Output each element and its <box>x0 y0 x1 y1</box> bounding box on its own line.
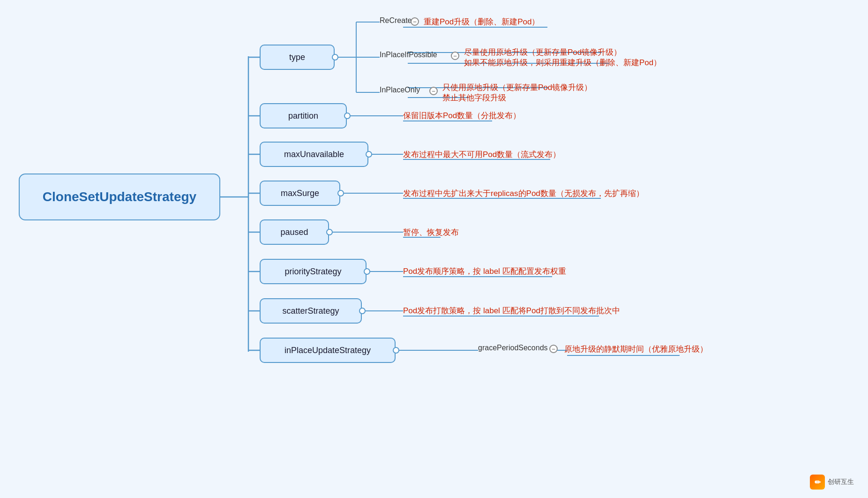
inplaceonly-label: InPlaceOnly <box>380 86 420 94</box>
root-node: CloneSetUpdateStrategy <box>19 174 220 220</box>
connector-lines <box>0 0 868 498</box>
graceperiodseconds-minus: − <box>549 345 558 353</box>
diagram: CloneSetUpdateStrategy type ReCreate − 重… <box>0 0 868 498</box>
logo-icon: ✏ <box>810 475 825 490</box>
inplaceupdatestrategy-node: inPlaceUpdateStrategy <box>260 338 396 363</box>
recreate-minus: − <box>411 17 419 26</box>
maxsurge-circle <box>337 190 344 196</box>
inplaceonly-desc2: 禁止其他字段升级 <box>442 92 506 103</box>
maxunavailable-circle <box>366 151 372 158</box>
inplaceifpossible-label: InPlaceIfPossible <box>380 51 437 59</box>
maxunavailable-node: maxUnavailable <box>260 142 368 167</box>
prioritystrategy-node: priorityStrategy <box>260 259 367 284</box>
partition-circle <box>344 113 351 119</box>
partition-label: partition <box>288 111 318 121</box>
scatterstrategy-label: scatterStrategy <box>282 306 339 316</box>
paused-desc: 暂停、恢复发布 <box>403 227 459 238</box>
inplaceupdatestrategy-circle <box>393 347 399 354</box>
inplaceifpossible-minus: − <box>451 52 459 60</box>
graceperiodseconds-label: gracePeriodSeconds <box>478 344 548 352</box>
scatterstrategy-node: scatterStrategy <box>260 298 362 324</box>
logo: ✏ 创研互生 <box>810 475 854 490</box>
partition-node: partition <box>260 103 347 128</box>
inplaceupdatestrategy-label: inPlaceUpdateStrategy <box>284 346 371 355</box>
type-label: type <box>289 53 305 62</box>
maxunavailable-label: maxUnavailable <box>284 150 344 159</box>
maxunavailable-desc: 发布过程中最大不可用Pod数量（流式发布） <box>403 149 561 160</box>
prioritystrategy-desc: Pod发布顺序策略，按 label 匹配配置发布权重 <box>403 266 566 277</box>
logo-text: 创研互生 <box>828 478 854 486</box>
maxsurge-label: maxSurge <box>281 189 319 198</box>
root-label: CloneSetUpdateStrategy <box>43 189 196 204</box>
prioritystrategy-label: priorityStrategy <box>284 267 341 277</box>
type-node: type <box>260 45 335 70</box>
scatterstrategy-desc: Pod发布打散策略，按 label 匹配将Pod打散到不同发布批次中 <box>403 305 620 316</box>
paused-node: paused <box>260 219 329 245</box>
recreate-label: ReCreate <box>380 16 412 25</box>
inplaceonly-minus: − <box>429 87 438 95</box>
recreate-desc: 重建Pod升级（删除、新建Pod） <box>424 16 540 27</box>
inplaceifpossible-desc1: 尽量使用原地升级（更新存量Pod镜像升级） <box>464 47 621 58</box>
type-circle <box>332 54 338 60</box>
paused-circle <box>326 229 333 235</box>
inplaceifpossible-desc2: 如果不能原地升级，则采用重建升级（删除、新建Pod） <box>464 57 661 68</box>
scatterstrategy-circle <box>359 308 366 314</box>
prioritystrategy-circle <box>364 268 370 275</box>
maxsurge-node: maxSurge <box>260 181 340 206</box>
partition-desc: 保留旧版本Pod数量（分批发布） <box>403 110 521 121</box>
maxsurge-desc: 发布过程中先扩出来大于replicas的Pod数量（无损发布，先扩再缩） <box>403 188 644 199</box>
graceperiodseconds-desc: 原地升级的静默期时间（优雅原地升级） <box>564 344 708 355</box>
paused-label: paused <box>280 227 308 237</box>
inplaceonly-desc1: 只使用原地升级（更新存量Pod镜像升级） <box>442 82 592 93</box>
